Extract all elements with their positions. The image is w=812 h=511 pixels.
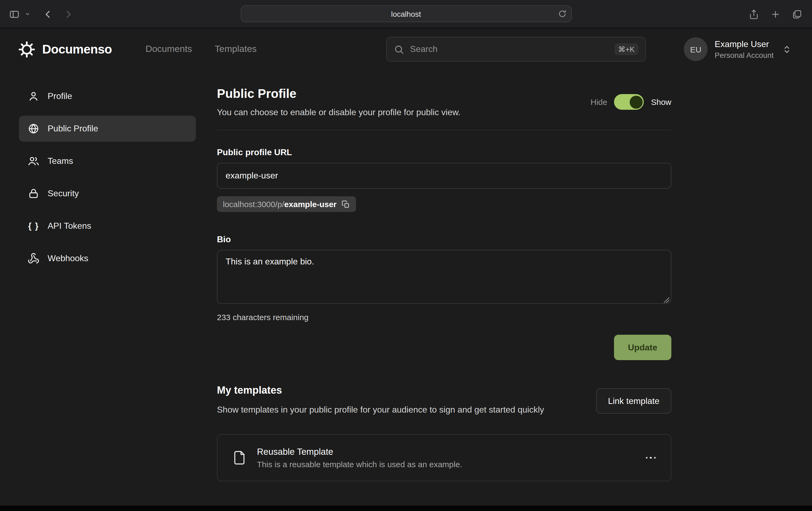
users-icon [27, 155, 40, 167]
update-button[interactable]: Update [614, 335, 671, 360]
page-subtitle: You can choose to enable or disable your… [217, 108, 461, 117]
new-tab-icon[interactable] [770, 9, 781, 19]
app-window: localhost [0, 0, 812, 511]
my-templates-title: My templates [217, 385, 544, 396]
sidebar-item-label: Teams [48, 156, 73, 166]
reload-icon[interactable] [557, 9, 567, 19]
sidebar-item-api-tokens[interactable]: { } API Tokens [19, 213, 196, 239]
search-input[interactable]: Search ⌘+K [386, 37, 646, 62]
toggle-hide-label: Hide [590, 97, 607, 107]
search-icon [394, 44, 404, 54]
sidebar-item-teams[interactable]: Teams [19, 148, 196, 174]
bio-field-label: Bio [217, 235, 671, 244]
sidebar-toggle-icon[interactable] [9, 8, 20, 20]
account-type: Personal Account [715, 51, 774, 59]
sidebar-item-security[interactable]: Security [19, 181, 196, 207]
template-name: Reusable Template [257, 447, 462, 457]
page-title: Public Profile [217, 87, 461, 101]
template-menu-ellipsis-icon[interactable] [644, 454, 657, 462]
user-icon [27, 90, 40, 102]
brand[interactable]: Documenso [19, 41, 112, 58]
forward-icon[interactable] [63, 9, 74, 19]
search-placeholder: Search [410, 44, 437, 54]
sidebar-item-label: Public Profile [48, 124, 98, 133]
window-bottom-edge [0, 506, 812, 511]
address-bar[interactable]: localhost [240, 5, 572, 22]
nav-documents[interactable]: Documents [146, 44, 192, 55]
profile-visibility-toggle[interactable] [614, 94, 644, 110]
profile-url-input[interactable] [217, 163, 671, 189]
lock-icon [27, 188, 40, 200]
browser-chrome: localhost [0, 0, 812, 28]
settings-sidebar: Profile Public Profile Teams Security [19, 83, 196, 271]
documenso-logo-icon [19, 41, 35, 58]
search-shortcut-badge: ⌘+K [614, 43, 638, 55]
sidebar-item-label: Profile [48, 91, 72, 101]
link-template-button[interactable]: Link template [596, 388, 671, 414]
template-description: This is a reusable template which is use… [257, 460, 462, 469]
template-card: Reusable Template This is a reusable tem… [217, 434, 671, 481]
url-prefix: localhost:3000/p/ [223, 200, 284, 209]
sidebar-item-label: Security [48, 189, 79, 199]
globe-icon [27, 123, 40, 134]
url-slug: example-user [284, 200, 337, 209]
back-icon[interactable] [43, 9, 53, 19]
sidebar-item-webhooks[interactable]: Webhooks [19, 245, 196, 271]
toggle-show-label: Show [651, 97, 671, 107]
profile-url-preview: localhost:3000/p/example-user [217, 196, 356, 212]
webhook-icon [27, 252, 40, 264]
file-icon [232, 450, 247, 465]
account-name: Example User [715, 39, 774, 49]
nav-templates[interactable]: Templates [215, 44, 257, 55]
chevrons-up-down-icon [782, 44, 791, 54]
characters-remaining: 233 characters remaining [217, 312, 671, 322]
brand-name: Documenso [42, 42, 112, 57]
public-profile-panel: Public Profile You can choose to enable … [217, 83, 671, 481]
tabs-icon[interactable] [792, 9, 802, 19]
sidebar-item-label: Webhooks [48, 253, 88, 263]
address-bar-url: localhost [391, 9, 421, 18]
share-icon[interactable] [749, 9, 759, 19]
chevron-down-icon[interactable] [25, 11, 30, 17]
avatar: EU [684, 37, 707, 61]
bio-textarea[interactable]: This is an example bio. [217, 250, 671, 304]
copy-icon[interactable] [341, 200, 350, 208]
sidebar-item-public-profile[interactable]: Public Profile [19, 116, 196, 142]
divider [217, 130, 671, 130]
url-field-label: Public profile URL [217, 148, 671, 157]
sidebar-item-profile[interactable]: Profile [19, 83, 196, 109]
app-header: Documenso Documents Templates Search ⌘+K… [0, 28, 812, 70]
main-nav: Documents Templates [146, 44, 257, 55]
account-menu[interactable]: EU Example User Personal Account [684, 37, 791, 61]
sidebar-item-label: API Tokens [48, 221, 91, 231]
my-templates-description: Show templates in your public profile fo… [217, 403, 544, 416]
braces-icon: { } [27, 221, 40, 231]
toggle-knob [630, 95, 643, 109]
